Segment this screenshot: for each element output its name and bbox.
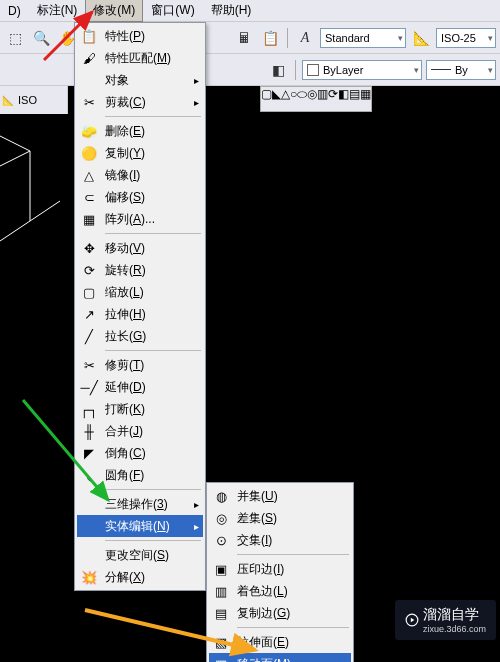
modify-icon-27 [79,546,99,564]
layer-icon[interactable]: ◧ [267,59,289,81]
zoom-realtime-icon[interactable]: 🔍 [30,27,52,49]
modify-item-12[interactable]: ⟳旋转(R) [77,259,203,281]
menu-item-window[interactable]: 窗口(W) [143,0,202,22]
modify-icon-12: ⟳ [79,261,99,279]
dimstyle-combo[interactable]: ISO-25 [436,28,496,48]
modify-item-19[interactable]: ┌┐打断(K) [77,398,203,420]
modify-icon-6: 🟡 [79,144,99,162]
modify-item-0[interactable]: 📋特性(P) [77,25,203,47]
solidedit-label-8: 拉伸面(E) [237,634,333,651]
modify-item-27[interactable]: 更改空间(S) [77,544,203,566]
extrude-icon[interactable]: ▥ [317,87,328,111]
solidedit-icon-6: ▤ [211,604,231,622]
modify-item-13[interactable]: ▢缩放(L) [77,281,203,303]
solidedit-item-9[interactable]: ▦移动面(M) [209,653,351,662]
color-combo[interactable]: ByLayer [302,60,422,80]
modify-icon-5: 🧽 [79,122,99,140]
watermark: 溜溜自学 zixue.3d66.com [395,600,496,640]
modify-item-6[interactable]: 🟡复制(Y) [77,142,203,164]
color-swatch-icon [307,64,319,76]
solidedit-icon-8: ▧ [211,633,231,651]
section-icon[interactable]: ▤ [349,87,360,111]
modify-icon-13: ▢ [79,283,99,301]
torus-icon[interactable]: ◎ [307,87,317,111]
modify-item-15[interactable]: ╱拉长(G) [77,325,203,347]
solidedit-item-2[interactable]: ⊙交集(I) [209,529,351,551]
modify-item-5[interactable]: 🧽删除(E) [77,120,203,142]
modify-item-18[interactable]: ─╱延伸(D) [77,376,203,398]
modify-item-11[interactable]: ✥移动(V) [77,237,203,259]
modify-label-5: 删除(E) [105,123,185,140]
modify-label-14: 拉伸(H) [105,306,185,323]
modify-item-28[interactable]: 💥分解(X) [77,566,203,588]
sphere-icon[interactable]: ○ [290,87,297,111]
modify-item-9[interactable]: ▦阵列(A)... [77,208,203,230]
modify-label-12: 旋转(R) [105,262,185,279]
modify-item-14[interactable]: ↗拉伸(H) [77,303,203,325]
modify-label-17: 修剪(T) [105,357,185,374]
modify-icon-17: ✂ [79,356,99,374]
modify-label-22: 圆角(F) [105,467,185,484]
solidedit-item-0[interactable]: ◍并集(U) [209,485,351,507]
solidedit-icon-9: ▦ [211,655,231,662]
modify-item-2[interactable]: 对象 [77,69,203,91]
modify-label-7: 镜像(I) [105,167,185,184]
modify-item-20[interactable]: ╫合并(J) [77,420,203,442]
box-icon[interactable]: ▢ [261,87,272,111]
modify-icon-15: ╱ [79,327,99,345]
modify-item-8[interactable]: ⊂偏移(S) [77,186,203,208]
modify-icon-3: ✂ [79,93,99,111]
dimstyle-icon[interactable]: 📐 [410,27,432,49]
modify-item-3[interactable]: ✂剪裁(C) [77,91,203,113]
menu-item-d[interactable]: D) [0,1,29,21]
paste-icon[interactable]: 📋 [259,27,281,49]
calculator-icon[interactable]: 🖩 [233,27,255,49]
cylinder-icon[interactable]: ⬭ [297,87,307,111]
modify-label-13: 缩放(L) [105,284,185,301]
modify-icon-18: ─╱ [79,378,99,396]
modify-icon-22: ◟ [79,466,99,484]
modify-label-24: 三维操作(3) [105,496,185,513]
modify-item-1[interactable]: 🖌特性匹配(M) [77,47,203,69]
solidedit-icon-4: ▣ [211,560,231,578]
cone-icon[interactable]: △ [281,87,290,111]
menu-item-modify[interactable]: 修改(M) [85,0,143,22]
modify-dropdown: 📋特性(P)🖌特性匹配(M)对象✂剪裁(C)🧽删除(E)🟡复制(Y)△镜像(I)… [74,22,206,591]
solidedit-item-6[interactable]: ▤复制边(G) [209,602,351,624]
menu-item-help[interactable]: 帮助(H) [203,0,260,22]
linetype-combo[interactable]: By [426,60,496,80]
interfere-icon[interactable]: ▦ [360,87,371,111]
textstyle-icon[interactable]: A [294,27,316,49]
modify-icon-9: ▦ [79,210,99,228]
solidedit-icon-5: ▥ [211,582,231,600]
modify-item-25[interactable]: 实体编辑(N) [77,515,203,537]
modify-label-2: 对象 [105,72,185,89]
zoom-window-icon[interactable]: ⬚ [4,27,26,49]
modify-item-7[interactable]: △镜像(I) [77,164,203,186]
menu-item-dimension[interactable]: 标注(N) [29,0,86,22]
solidedit-item-8[interactable]: ▧拉伸面(E) [209,631,351,653]
play-icon [405,613,419,627]
modify-label-1: 特性匹配(M) [105,50,185,67]
modify-icon-0: 📋 [79,27,99,45]
modify-label-6: 复制(Y) [105,145,185,162]
wedge-icon[interactable]: ◣ [272,87,281,111]
revolve-icon[interactable]: ⟳ [328,87,338,111]
solidedit-label-9: 移动面(M) [237,656,333,663]
textstyle-combo[interactable]: Standard [320,28,406,48]
modify-label-15: 拉长(G) [105,328,185,345]
slice-icon[interactable]: ◧ [338,87,349,111]
solidedit-item-5[interactable]: ▥着色边(L) [209,580,351,602]
vtool-iso: 📐 ISO [0,86,68,114]
modify-icon-19: ┌┐ [79,400,99,418]
modify-item-17[interactable]: ✂修剪(T) [77,354,203,376]
solidedit-item-1[interactable]: ◎差集(S) [209,507,351,529]
modify-label-0: 特性(P) [105,28,185,45]
modify-icon-21: ◤ [79,444,99,462]
solidedit-icon-2: ⊙ [211,531,231,549]
modify-icon-24 [79,495,99,513]
modify-item-24[interactable]: 三维操作(3) [77,493,203,515]
modify-item-22[interactable]: ◟圆角(F) [77,464,203,486]
solidedit-item-4[interactable]: ▣压印边(I) [209,558,351,580]
modify-item-21[interactable]: ◤倒角(C) [77,442,203,464]
